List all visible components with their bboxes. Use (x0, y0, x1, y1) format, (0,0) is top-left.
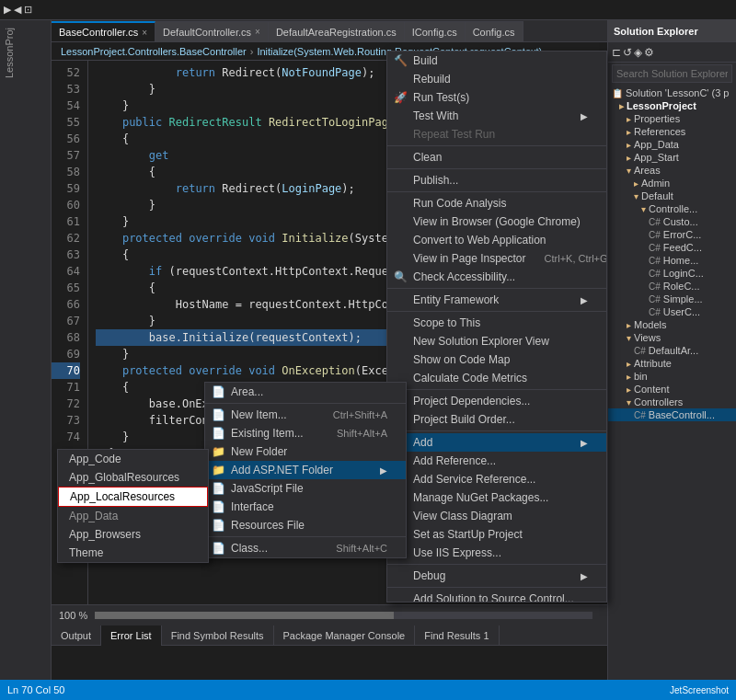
asp-submenu: App_Code App_GlobalResources App_LocalRe… (57, 449, 209, 563)
menu-item-label: Test With (413, 109, 458, 122)
menu-item-testwith[interactable]: Test With ▶ (387, 107, 606, 125)
menu-item-entityframework[interactable]: Entity Framework ▶ (387, 291, 606, 309)
asp-item-appdata[interactable]: App_Data (58, 507, 208, 525)
se-item-references[interactable]: ▸ References (608, 125, 736, 138)
se-item-rolec[interactable]: C# RoleC... (608, 280, 736, 293)
menu-item-viewinpageinspector[interactable]: View in Page Inspector Ctrl+K, Ctrl+G (387, 249, 606, 268)
menu-item-addaspnetfolder[interactable]: 📁 Add ASP.NET Folder ▶ (205, 461, 406, 479)
se-item-defaultar[interactable]: C# DefaultAr... (608, 344, 736, 357)
se-item-basecontroller[interactable]: C# BaseControll... (608, 408, 736, 421)
tab-iconfig[interactable]: IConfig.cs (405, 21, 466, 41)
tab-error-list[interactable]: Error List (101, 625, 162, 646)
se-item-feedc[interactable]: C# FeedC... (608, 241, 736, 254)
se-item-admin[interactable]: ▸ Admin (608, 177, 736, 189)
se-search-box[interactable] (612, 64, 732, 83)
menu-item-build[interactable]: 🔨 Build (387, 52, 606, 70)
menu-item-projectbuildorder[interactable]: Project Build Order... (387, 410, 606, 429)
se-item-label: Views (634, 332, 661, 343)
menu-item-clean[interactable]: Clean (387, 148, 606, 166)
menu-item-runcodeanalysis[interactable]: Run Code Analysis (387, 194, 606, 212)
asp-item-appcode[interactable]: App_Code (58, 450, 208, 468)
se-search-input[interactable] (616, 68, 728, 79)
se-item-default[interactable]: ▾ Default (608, 189, 736, 202)
tab-output[interactable]: Output (52, 625, 101, 646)
menu-item-label: Set as StartUp Project (413, 528, 523, 541)
menu-item-addservicereference[interactable]: Add Service Reference... (387, 470, 606, 488)
se-toolbar-icon4[interactable]: ⚙ (644, 46, 654, 59)
menu-item-scopetothis[interactable]: Scope to This (387, 314, 606, 332)
close-icon[interactable]: × (142, 28, 147, 38)
menu-item-label: Scope to This (413, 316, 480, 329)
scrollbar-thumb[interactable] (95, 612, 393, 619)
menu-item-showoncodemap[interactable]: Show on Code Map (387, 350, 606, 369)
asp-item-theme[interactable]: Theme (58, 544, 208, 562)
se-toolbar-icon3[interactable]: ◈ (634, 46, 642, 59)
menu-item-projectdependencies[interactable]: Project Dependencies... (387, 392, 606, 410)
menu-item-resourcesfile[interactable]: 📄 Resources File (205, 516, 406, 534)
se-item-simple[interactable]: C# Simple... (608, 293, 736, 305)
menu-item-runtests[interactable]: 🚀 Run Test(s) (387, 88, 606, 107)
se-item-content[interactable]: ▸ Content (608, 383, 736, 396)
menu-item-useiis[interactable]: Use IIS Express... (387, 544, 606, 562)
tab-find-symbol-results[interactable]: Find Symbol Results (162, 625, 274, 646)
se-item-custom[interactable]: C# Custo... (608, 215, 736, 228)
se-item-loginc[interactable]: C# LoginC... (608, 267, 736, 280)
asp-item-appbrowsers[interactable]: App_Browsers (58, 525, 208, 544)
se-item-models[interactable]: ▸ Models (608, 318, 736, 331)
tab-config[interactable]: Config.cs (466, 21, 523, 41)
menu-item-existingitem[interactable]: 📄 Existing Item... Shift+Alt+A (205, 424, 406, 442)
menu-item-area[interactable]: 📄 Area... (205, 383, 406, 401)
se-item-lessonproject[interactable]: ▸ LessonProject (608, 99, 736, 112)
se-item-attribute[interactable]: ▸ Attribute (608, 357, 736, 370)
asp-item-applocalresources[interactable]: App_LocalResources (58, 487, 208, 507)
menu-item-setstartup[interactable]: Set as StartUp Project (387, 525, 606, 544)
menu-item-calculatecodemetrics[interactable]: Calculate Code Metrics (387, 369, 606, 387)
scrollbar-horizontal[interactable] (95, 612, 592, 619)
menu-item-converttoweb[interactable]: Convert to Web Application (387, 231, 606, 249)
se-toolbar-icon2[interactable]: ↺ (623, 46, 632, 59)
tab-defaultarearegistration[interactable]: DefaultAreaRegistration.cs (269, 21, 405, 41)
se-item-appstart[interactable]: ▸ App_Start (608, 151, 736, 164)
se-item-label: App_Data (634, 139, 679, 150)
menu-item-checkaccessibility[interactable]: 🔍 Check Accessibility... (387, 268, 606, 286)
menu-item-viewclassdiagram[interactable]: View Class Diagram (387, 507, 606, 525)
menu-item-newfolder[interactable]: 📁 New Folder (205, 442, 406, 461)
menu-item-newitem[interactable]: 📄 New Item... Ctrl+Shift+A (205, 406, 406, 424)
se-item-controllers-folder[interactable]: ▾ Controlle... (608, 202, 736, 215)
menu-item-addsourcectrl[interactable]: Add Solution to Source Control... (387, 590, 606, 602)
se-item-errorc[interactable]: C# ErrorC... (608, 228, 736, 241)
menu-item-managenuget[interactable]: Manage NuGet Packages... (387, 488, 606, 507)
folder-icon: ▸ (627, 140, 631, 150)
tab-label: DefaultAreaRegistration.cs (276, 27, 397, 38)
menu-item-add[interactable]: Add ▶ (387, 433, 606, 452)
se-toolbar-icon1[interactable]: ⊏ (612, 46, 621, 59)
tab-basecontroller[interactable]: BaseController.cs × (52, 21, 155, 41)
accessibility-icon: 🔍 (393, 270, 408, 283)
se-item-appdata[interactable]: ▸ App_Data (608, 138, 736, 151)
se-item-areas[interactable]: ▾ Areas (608, 164, 736, 177)
menu-item-newsolutionexplorerview[interactable]: New Solution Explorer View (387, 332, 606, 350)
close-icon[interactable]: × (255, 27, 260, 37)
se-item-properties[interactable]: ▸ Properties (608, 112, 736, 125)
menu-item-viewinbrowser[interactable]: View in Browser (Google Chrome) (387, 212, 606, 231)
se-item-controllers[interactable]: ▾ Controllers (608, 396, 736, 408)
menu-item-javascriptfile[interactable]: 📄 JavaScript File (205, 479, 406, 498)
menu-item-debug[interactable]: Debug ▶ (387, 567, 606, 585)
se-item-userc[interactable]: C# UserC... (608, 305, 736, 318)
asp-item-appglobalresources[interactable]: App_GlobalResources (58, 468, 208, 487)
menu-item-interface[interactable]: 📄 Interface (205, 498, 406, 516)
menu-item-addreference[interactable]: Add Reference... (387, 452, 606, 470)
se-item-views[interactable]: ▾ Views (608, 331, 736, 344)
solution-icon: 📋 (612, 88, 623, 98)
se-item-solution[interactable]: 📋 Solution 'LessonC' (3 p (608, 86, 736, 99)
menu-item-publish[interactable]: Publish... (387, 171, 606, 189)
se-item-home[interactable]: C# Home... (608, 254, 736, 267)
tab-find-results[interactable]: Find Results 1 (415, 625, 499, 646)
menu-item-label: Area... (231, 385, 263, 398)
tab-defaultcontroller[interactable]: DefaultController.cs × (155, 21, 269, 41)
se-item-bin[interactable]: ▸ bin (608, 370, 736, 383)
menu-item-rebuild[interactable]: Rebuild (387, 70, 606, 88)
tab-package-manager[interactable]: Package Manager Console (274, 625, 416, 646)
breadcrumb-namespace[interactable]: LessonProject.Controllers.BaseController (61, 46, 247, 57)
menu-item-class[interactable]: 📄 Class... Shift+Alt+C (205, 539, 406, 557)
